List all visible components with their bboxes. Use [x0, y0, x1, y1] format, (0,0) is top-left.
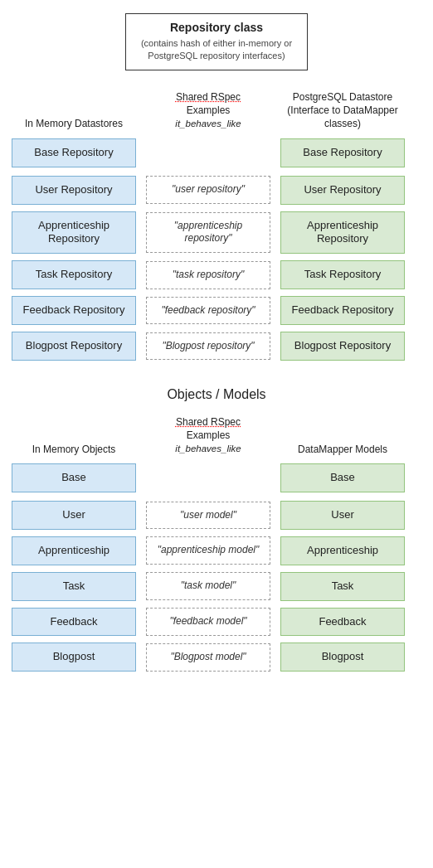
repos-mid-2: "apprenticeshiprepository": [146, 212, 270, 253]
models-mid-0: [146, 463, 270, 494]
models-right-3: Task: [280, 572, 405, 601]
repos-mid-1: "user repository": [146, 176, 270, 204]
models-left-2: Apprenticeship: [12, 536, 136, 565]
models-left-5: Blogpost: [12, 643, 136, 672]
models-mid-2: "apprenticeship model": [146, 536, 270, 565]
models-row-2: Apprenticeship "apprenticeship model" Ap…: [8, 536, 425, 565]
repos-right-1: User Repository: [280, 176, 405, 205]
models-mid-header: Shared RSpec Examples it_behaves_like: [146, 415, 270, 456]
models-left-1: User: [12, 501, 136, 530]
repo-class-subtitle: (contains hash of either in-memory or Po…: [136, 37, 297, 63]
repos-right-header: PostgreSQL Datastore (Interface to DataM…: [280, 90, 405, 131]
models-mid-1: "user model": [146, 502, 270, 530]
repos-row-2: ApprenticeshipRepository "apprenticeship…: [8, 211, 425, 255]
models-row-1: User "user model" User: [8, 501, 425, 530]
models-right-1: User: [280, 501, 405, 530]
repos-row-0: Base Repository Base Repository: [8, 138, 425, 169]
repos-left-5: Blogpost Repository: [12, 332, 136, 361]
models-left-4: Feedback: [12, 608, 136, 637]
repos-left-3: Task Repository: [12, 260, 136, 289]
repo-class-box: Repository class (contains hash of eithe…: [125, 13, 308, 70]
repos-row-5: Blogpost Repository "Blogpost repository…: [8, 332, 425, 361]
repos-right-3: Task Repository: [280, 260, 405, 289]
models-left-3: Task: [12, 572, 136, 601]
repos-mid-5: "Blogpost repository": [146, 332, 270, 361]
repos-mid-3: "task repository": [146, 261, 270, 289]
repos-row-1: User Repository "user repository" User R…: [8, 176, 425, 205]
models-section: In Memory Objects Shared RSpec Examples …: [8, 415, 425, 672]
models-left-header: In Memory Objects: [12, 443, 136, 456]
repos-mid-4: "feedback repository": [146, 297, 270, 325]
models-right-4: Feedback: [280, 608, 405, 637]
models-mid-4: "feedback model": [146, 608, 270, 636]
repos-left-2: ApprenticeshipRepository: [12, 211, 136, 255]
repos-right-2: ApprenticeshipRepository: [280, 211, 405, 255]
repos-left-0: Base Repository: [12, 138, 136, 167]
repos-left-header: In Memory Datastores: [12, 117, 136, 130]
repos-left-1: User Repository: [12, 176, 136, 205]
repos-right-5: Blogpost Repository: [280, 332, 405, 361]
models-right-2: Apprenticeship: [280, 536, 405, 565]
models-mid-5: "Blogpost model": [146, 643, 270, 672]
models-mid-3: "task model": [146, 572, 270, 600]
repos-mid-0: [146, 138, 270, 169]
models-left-0: Base: [12, 463, 136, 492]
models-row-0: Base Base: [8, 463, 425, 494]
models-col-headers: In Memory Objects Shared RSpec Examples …: [8, 415, 425, 456]
models-row-3: Task "task model" Task: [8, 572, 425, 601]
repos-right-0: Base Repository: [280, 138, 405, 167]
repos-section: In Memory Datastores Shared RSpec Exampl…: [8, 90, 425, 361]
models-section-title: Objects / Models: [8, 387, 425, 402]
models-row-4: Feedback "feedback model" Feedback: [8, 608, 425, 637]
repo-class-title: Repository class: [136, 21, 297, 34]
models-right-header: DataMapper Models: [280, 443, 405, 456]
repos-mid-header: Shared RSpec Examples it_behaves_like: [146, 90, 270, 131]
repos-left-4: Feedback Repository: [12, 296, 136, 325]
repos-row-4: Feedback Repository "feedback repository…: [8, 296, 425, 325]
repos-row-3: Task Repository "task repository" Task R…: [8, 260, 425, 289]
repos-right-4: Feedback Repository: [280, 296, 405, 325]
repos-col-headers: In Memory Datastores Shared RSpec Exampl…: [8, 90, 425, 131]
models-right-0: Base: [280, 463, 405, 492]
models-right-5: Blogpost: [280, 643, 405, 672]
models-row-5: Blogpost "Blogpost model" Blogpost: [8, 643, 425, 672]
